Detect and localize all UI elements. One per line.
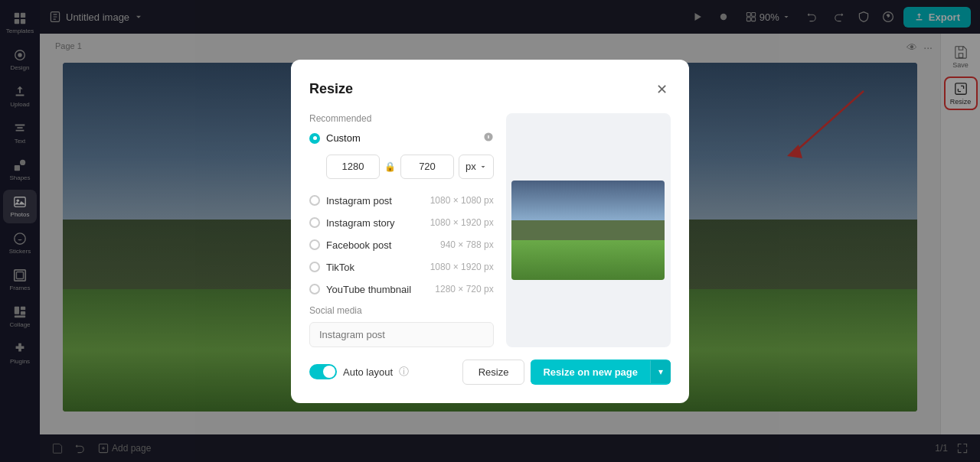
resize-new-page-arrow[interactable]: ▾ <box>650 360 671 383</box>
size-dims-youtube: 1280 × 720 px <box>435 284 493 294</box>
size-dims-instagram-post: 1080 × 1080 px <box>430 195 494 206</box>
size-dims-tiktok: 1080 × 1920 px <box>430 262 494 272</box>
custom-option[interactable]: Custom <box>309 132 494 145</box>
preview-field <box>511 240 665 280</box>
unit-value: px <box>466 161 476 172</box>
resize-new-page-button-group: Resize on new page ▾ <box>531 360 671 385</box>
radio-empty-instagram-story <box>309 217 320 228</box>
radio-empty-youtube <box>309 284 320 294</box>
resize-button[interactable]: Resize <box>462 360 525 385</box>
size-option-youtube[interactable]: YouTube thumbnail 1280 × 720 px <box>309 278 494 301</box>
size-option-instagram-story[interactable]: Instagram story 1080 × 1920 px <box>309 212 494 234</box>
size-name-instagram-post: Instagram post <box>326 195 424 207</box>
modal-footer: Auto layout ⓘ Resize Resize on new page … <box>309 360 671 385</box>
dimension-row: 🔒 px <box>326 155 494 179</box>
size-dims-facebook-post: 940 × 788 px <box>440 239 494 250</box>
custom-label: Custom <box>326 132 361 144</box>
size-option-instagram-post[interactable]: Instagram post 1080 × 1080 px <box>309 190 494 212</box>
toggle-thumb <box>323 366 335 378</box>
modal-overlay[interactable]: Resize ✕ Recommended Custom <box>0 0 980 462</box>
size-name-instagram-story: Instagram story <box>326 217 424 229</box>
auto-layout-toggle[interactable] <box>309 364 337 379</box>
size-name-youtube: YouTube thumbnail <box>326 284 429 295</box>
modal-preview <box>506 113 671 347</box>
size-name-tiktok: TikTok <box>326 262 424 273</box>
footer-buttons: Resize Resize on new page ▾ <box>462 360 671 385</box>
resize-on-new-page-button[interactable]: Resize on new page <box>531 360 650 384</box>
modal-body: Recommended Custom 🔒 <box>309 113 671 347</box>
auto-layout-row: Auto layout ⓘ <box>309 364 409 379</box>
auto-layout-label: Auto layout <box>343 366 393 378</box>
custom-radio-selected <box>309 133 320 144</box>
radio-empty-facebook <box>309 239 320 250</box>
size-option-tiktok[interactable]: TikTok 1080 × 1920 px <box>309 256 494 278</box>
size-options-list: Instagram post 1080 × 1080 px Instagram … <box>309 190 494 301</box>
size-dims-instagram-story: 1080 × 1920 px <box>430 217 494 228</box>
modal-title: Resize <box>309 81 353 97</box>
preview-sky <box>511 181 665 220</box>
modal-left: Recommended Custom 🔒 <box>309 113 494 347</box>
social-section-label: Social media <box>309 305 494 316</box>
radio-empty-tiktok <box>309 262 320 272</box>
size-option-facebook-post[interactable]: Facebook post 940 × 788 px <box>309 234 494 256</box>
preview-mountain <box>511 220 665 240</box>
preview-image <box>511 181 665 280</box>
height-input[interactable] <box>400 155 454 179</box>
recommended-label: Recommended <box>309 113 494 124</box>
radio-empty-instagram <box>309 195 320 206</box>
modal-close-button[interactable]: ✕ <box>653 78 671 101</box>
radio-inner <box>313 136 317 140</box>
size-name-facebook-post: Facebook post <box>326 239 434 251</box>
unit-select[interactable]: px <box>459 155 494 179</box>
resize-modal: Resize ✕ Recommended Custom <box>291 60 689 403</box>
width-input[interactable] <box>326 155 380 179</box>
social-input[interactable] <box>309 322 494 347</box>
lock-icon[interactable]: 🔒 <box>384 161 396 172</box>
info-icon[interactable]: ⓘ <box>399 365 409 379</box>
modal-header: Resize ✕ <box>309 78 671 101</box>
